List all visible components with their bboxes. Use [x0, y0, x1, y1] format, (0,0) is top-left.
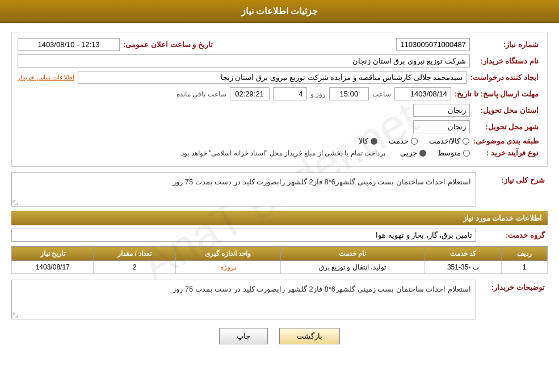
shahr-label: شهر محل تحویل: [473, 123, 541, 131]
main-info-body: شماره نیاز: 1103005071000487 تاریخ و ساع… [12, 32, 547, 166]
time-remain: 02:29:21 [230, 87, 270, 100]
sharh-container: استعلام احداث ساختمان بست زمینی گلشهر6*8… [11, 172, 476, 206]
col-code: کد خدمت [424, 247, 502, 261]
table-header: ردیف کد خدمت نام خدمت واحد اندازه گیری ت… [12, 247, 548, 261]
farayand-note: پرداخت تمام یا بخشی از مبلغ خریداز محل "… [179, 149, 385, 157]
saat-baqi-label: ساعت باقی مانده [176, 90, 226, 98]
radio-label-jozei: جزیی [400, 149, 417, 157]
radio-circle-jozei [419, 150, 426, 157]
row-group-khedmat: گروه خدمت: تامین برق، گاز، بخار و تهویه … [11, 229, 548, 242]
days-value: 4 [273, 87, 307, 100]
farayand-radio-group: متوسط جزیی [400, 149, 470, 157]
ijad-link[interactable]: اطلاعات تماس خریدار [18, 74, 74, 81]
col-radif: ردیف [502, 247, 548, 261]
radio-kala-khedmat: کالا/خدمت [429, 137, 470, 145]
radio-label-motavasset: متوسط [438, 149, 461, 157]
row-tabaqe: طبقه بندی موضوعی: کالا/خدمت خدمت کالا [18, 137, 541, 145]
radio-circle-kala-khedmat [463, 138, 469, 145]
radio-kala: کالا [359, 137, 377, 145]
services-subtitle: اطلاعات خدمات مورد نیاز [11, 211, 548, 225]
row-ijad: ایجاد کننده درخواست: سیدمحمد جلالی کارشن… [18, 71, 541, 84]
radio-circle-khedmat [411, 138, 418, 145]
saat-label: ساعت [372, 90, 391, 98]
col-name: نام خدمت [280, 247, 424, 261]
farayand-label: نوع فرآیند خرید : [473, 149, 541, 157]
group-khedmat-value: تامین برق، گاز، بخار و تهویه هوا [11, 229, 476, 242]
print-button[interactable]: چاپ [219, 328, 268, 344]
ostan-value: زنجان [413, 104, 470, 117]
main-info-section: شماره نیاز: 1103005071000487 تاریخ و ساع… [11, 32, 548, 167]
tozihat-label: توضیحات خریدار: [480, 283, 548, 292]
shomara-label: شماره نیاز: [473, 40, 541, 49]
radio-circle-kala [371, 138, 377, 145]
row-farayand: نوع فرآیند خرید : متوسط جزیی پرداخت تمام… [18, 149, 541, 157]
table-row: 1ت -35-351تولید، انتقال و توزیع برقپروژه… [12, 261, 548, 274]
radio-khedmat: خدمت [389, 137, 418, 145]
radio-label-kala: کالا [359, 137, 368, 145]
tabaqe-radio-group: کالا/خدمت خدمت کالا [359, 137, 470, 145]
ijad-label: ایجاد کننده درخواست: [470, 73, 541, 82]
col-date: تاریخ نیاز [12, 247, 94, 261]
header-title: جزئیات اطلاعات نیاز [241, 6, 318, 16]
row-shomara: شماره نیاز: 1103005071000487 تاریخ و ساع… [18, 38, 541, 51]
sharh-resize-handle [12, 200, 18, 205]
name-dastgah-label: نام دستگاه خریدار: [473, 57, 541, 65]
row-mohlat: مهلت ارسال پاسخ: تا تاریخ: 1403/08/14 سا… [18, 87, 541, 100]
radio-label-kala-khedmat: کالا/خدمت [429, 137, 461, 145]
back-button[interactable]: بازگشت [279, 328, 340, 344]
cell-unit: پروژه [175, 261, 280, 274]
date-main: 1403/08/14 [394, 87, 451, 100]
radio-jozei: جزیی [400, 149, 426, 157]
row-name-dastgah: نام دستگاه خریدار: شرکت توزیع نیروی برق … [18, 54, 541, 68]
cell-date: 1403/08/17 [12, 261, 94, 274]
radio-circle-motavasset [463, 150, 470, 157]
page-header: جزئیات اطلاعات نیاز [0, 0, 559, 23]
shomara-value: 1103005071000487 [396, 38, 470, 51]
name-dastgah-value: شرکت توزیع نیروی برق استان زنجان [18, 54, 470, 68]
cell-radif: 1 [502, 261, 548, 274]
sharh-value: استعلام احداث ساختمان بست زمینی گلشهر6*8… [11, 172, 476, 206]
cell-code: ت -35-351 [424, 261, 502, 274]
tozihat-container: استعلام احداث ساختمان بست زمینی گلشهر6*8… [11, 280, 476, 319]
table-header-row: ردیف کد خدمت نام خدمت واحد اندازه گیری ت… [12, 247, 548, 261]
row-shahr: شهر محل تحویل: زنجان [18, 120, 541, 133]
row-sharh: شرح کلی نیاز: استعلام احداث ساختمان بست … [11, 172, 548, 206]
mohlat-label: مهلت ارسال پاسخ: تا تاریخ: [455, 90, 541, 98]
radio-motavasset: متوسط [438, 149, 470, 157]
row-tozihat: توضیحات خریدار: استعلام احداث ساختمان بس… [11, 280, 548, 319]
group-khedmat-label: گروه خدمت: [480, 231, 548, 239]
sharh-label: شرح کلی نیاز: [480, 176, 548, 184]
time-main: 15:00 [329, 87, 369, 100]
cell-name: تولید، انتقال و توزیع برق [280, 261, 424, 274]
table-body: 1ت -35-351تولید، انتقال و توزیع برقپروژه… [12, 261, 548, 274]
cell-count: 2 [94, 261, 175, 274]
row-ostan: استان محل تحویل: زنجان [18, 104, 541, 117]
tarikh-elaan-value: 1403/08/10 - 12:13 [18, 38, 120, 51]
col-count: تعداد / مقدار [94, 247, 175, 261]
buttons-row: بازگشت چاپ [11, 328, 548, 344]
roz-label: روز و [310, 90, 326, 98]
radio-label-khedmat: خدمت [389, 137, 409, 145]
ostan-label: استان محل تحویل: [473, 106, 541, 115]
tarikh-elaan-label: تاریخ و ساعت اعلان عمومی: [123, 40, 216, 49]
col-unit: واحد اندازه گیری [175, 247, 280, 261]
services-table: ردیف کد خدمت نام خدمت واحد اندازه گیری ت… [11, 246, 548, 274]
tozihat-value: استعلام احداث ساختمان بست زمینی گلشهر6*8… [11, 280, 476, 319]
tabaqe-label: طبقه بندی موضوعی: [473, 137, 541, 145]
ijad-value: سیدمحمد جلالی کارشناس مناقصه و مزایده شر… [78, 71, 466, 84]
tozihat-resize-handle [12, 313, 18, 318]
shahr-value: زنجان [413, 120, 470, 133]
